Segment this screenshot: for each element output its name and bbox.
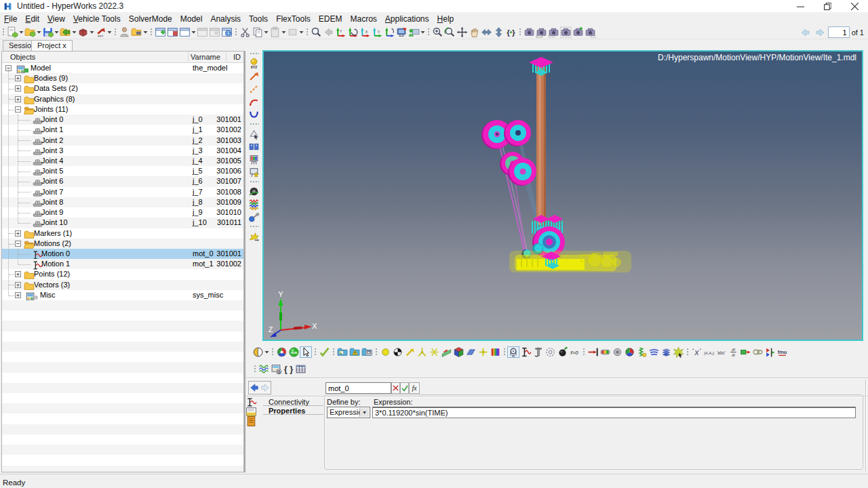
- axis-e-icon[interactable]: [383, 26, 395, 38]
- ball-arrow-icon[interactable]: [556, 346, 568, 358]
- f0-icon[interactable]: f=0: [568, 346, 580, 358]
- menu-help[interactable]: Help: [433, 13, 458, 25]
- tree-row[interactable]: +Bodies (9): [2, 73, 243, 83]
- dropdown-arrow-icon[interactable]: [281, 26, 286, 38]
- win-gray2-icon[interactable]: [208, 26, 220, 38]
- dropdown-arrow-icon[interactable]: [420, 26, 425, 38]
- tree-row[interactable]: −Joints (11): [2, 104, 243, 115]
- dropdown-arrow-icon[interactable]: [142, 26, 148, 38]
- menu-view[interactable]: View: [43, 13, 69, 25]
- hand-icon[interactable]: [468, 26, 480, 38]
- page-number-input[interactable]: [828, 26, 850, 38]
- copy-icon[interactable]: [251, 26, 263, 38]
- gray-badge-icon[interactable]: [286, 26, 298, 38]
- dropdown-arrow-icon[interactable]: [89, 26, 94, 38]
- clamp-icon[interactable]: [532, 346, 544, 358]
- tree-row[interactable]: Joint 4j_4301005: [2, 156, 243, 166]
- tree-expander[interactable]: +: [15, 75, 21, 81]
- tree-row[interactable]: Joint 10j_10301011: [2, 218, 243, 228]
- win-globe-icon[interactable]: [220, 26, 233, 38]
- tab-project[interactable]: Project x: [31, 40, 73, 51]
- arrows-v-icon[interactable]: [492, 26, 505, 38]
- clear-button[interactable]: [391, 382, 400, 394]
- arrows-h-icon[interactable]: [480, 26, 492, 38]
- point-icon[interactable]: XYZ: [248, 57, 261, 70]
- tree-row[interactable]: +Markers (1): [2, 228, 243, 239]
- menu-vehicle-tools[interactable]: Vehicle Tools: [69, 13, 125, 25]
- bumper-icon[interactable]: [599, 346, 611, 358]
- panel-back-button[interactable]: [249, 382, 260, 394]
- win-gray-icon[interactable]: [196, 26, 208, 38]
- folder-warn-icon[interactable]: [349, 346, 361, 358]
- dropdown-arrow-icon[interactable]: [18, 26, 24, 38]
- tree-expander[interactable]: +: [15, 292, 21, 298]
- color-wheel-icon[interactable]: [275, 346, 288, 358]
- tree-expander[interactable]: +: [15, 282, 21, 288]
- spring-stack-icon[interactable]: [248, 198, 261, 211]
- paste-gray-icon[interactable]: [269, 26, 281, 38]
- menu-tools[interactable]: Tools: [245, 13, 272, 25]
- back-gray-icon[interactable]: [322, 26, 334, 38]
- fmu-icon[interactable]: fmu: [776, 346, 788, 358]
- new-model-icon[interactable]: [6, 26, 18, 38]
- menu-solvermode[interactable]: SolverMode: [125, 13, 176, 25]
- ramp-icon[interactable]: [440, 346, 452, 358]
- poly-icon[interactable]: [248, 127, 261, 140]
- leafs-icon[interactable]: [648, 346, 660, 358]
- panel-tab-properties[interactable]: Properties: [263, 406, 323, 415]
- table-icon[interactable]: [294, 363, 307, 375]
- rot-braces-icon[interactable]: { }: [505, 26, 517, 38]
- panel-mini-icon[interactable]: [245, 406, 256, 415]
- restore-button[interactable]: [814, 0, 841, 12]
- braces-icon[interactable]: { }: [282, 363, 294, 375]
- dropdown-arrow-icon[interactable]: [264, 346, 269, 358]
- define-by-dropdown[interactable]: Expression ▼: [327, 407, 370, 418]
- tree-row[interactable]: +Vectors (3): [2, 280, 243, 290]
- tree-row[interactable]: Joint 0j_0301001: [2, 115, 243, 125]
- menu-model[interactable]: Model: [176, 13, 207, 25]
- panel-tab-connectivity[interactable]: Connectivity: [263, 397, 323, 406]
- box-arrow-icon[interactable]: [739, 346, 751, 358]
- plane-blue-icon[interactable]: [465, 346, 477, 358]
- menu-macros[interactable]: Macros: [346, 13, 380, 25]
- tree-expander[interactable]: −: [15, 241, 21, 247]
- tire-icon[interactable]: [248, 185, 261, 198]
- zoom-in-icon[interactable]: [431, 26, 443, 38]
- panel-forward-button[interactable]: [260, 382, 271, 394]
- tree-expander[interactable]: −: [15, 106, 21, 113]
- tree-row[interactable]: −Modelthe_model: [2, 63, 243, 73]
- cross-yel-icon[interactable]: [477, 346, 489, 358]
- motion-ibeam-icon[interactable]: [519, 346, 532, 358]
- expression-input[interactable]: 3*0.119200*sin(TIME): [372, 407, 856, 418]
- tree-row[interactable]: +Points (12): [2, 269, 243, 279]
- force-ent-icon[interactable]: [248, 230, 261, 243]
- dropdown-arrow-icon[interactable]: [71, 26, 77, 38]
- run-icon[interactable]: RUN: [288, 346, 300, 358]
- save-model-icon[interactable]: [41, 26, 54, 38]
- cam-b-icon[interactable]: [535, 26, 547, 38]
- menu-flextools[interactable]: FlexTools: [272, 13, 315, 25]
- washer-icon[interactable]: [611, 346, 623, 358]
- folder-cs-icon[interactable]: CS: [361, 346, 373, 358]
- expression-builder-button[interactable]: fx: [409, 382, 420, 394]
- open-model-icon[interactable]: [24, 26, 36, 38]
- tree-row[interactable]: Motion 0mot_0301001: [2, 249, 243, 259]
- win-del-icon[interactable]: [166, 26, 178, 38]
- import-icon[interactable]: [59, 26, 71, 38]
- tree-row[interactable]: Joint 9j_9301010: [2, 207, 243, 218]
- close-button[interactable]: [841, 0, 868, 12]
- graphic-ent-icon[interactable]: [248, 166, 261, 179]
- minimize-button[interactable]: [787, 0, 814, 12]
- user-icon[interactable]: [118, 26, 130, 38]
- prong-icon[interactable]: [416, 346, 428, 358]
- arrow-yel-icon[interactable]: [403, 346, 416, 358]
- line-ent-icon[interactable]: [248, 83, 261, 96]
- pan-icon[interactable]: [456, 26, 468, 38]
- tree-expander[interactable]: +: [15, 96, 21, 102]
- cam-f-icon[interactable]: [584, 26, 596, 38]
- axis-b-icon[interactable]: [347, 26, 359, 38]
- pulley-i-icon[interactable]: [507, 346, 519, 358]
- dropdown-arrow-icon[interactable]: [54, 26, 59, 38]
- sphere-disp-icon[interactable]: [252, 346, 264, 358]
- entity-name-input[interactable]: [326, 382, 391, 394]
